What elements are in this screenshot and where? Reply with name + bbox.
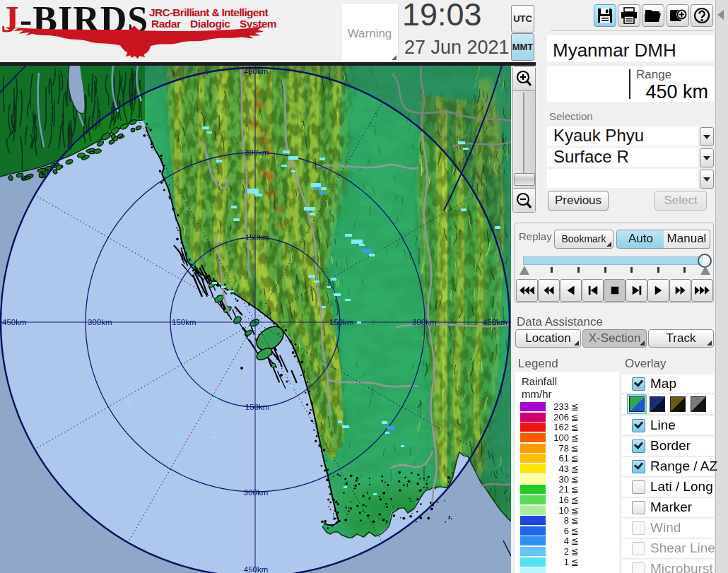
svg-text:450km: 450km <box>483 318 507 326</box>
svg-text:150km: 150km <box>245 403 270 411</box>
svg-text:450km: 450km <box>2 318 27 326</box>
svg-text:450km: 450km <box>244 67 269 76</box>
svg-text:150km: 150km <box>172 318 196 326</box>
svg-text:450km: 450km <box>244 565 269 573</box>
svg-text:150km: 150km <box>329 318 354 326</box>
svg-text:300km: 300km <box>244 488 269 497</box>
svg-text:300km: 300km <box>412 318 437 326</box>
svg-text:300km: 300km <box>88 318 112 326</box>
svg-text:150km: 150km <box>245 233 270 242</box>
svg-text:300km: 300km <box>245 148 269 157</box>
